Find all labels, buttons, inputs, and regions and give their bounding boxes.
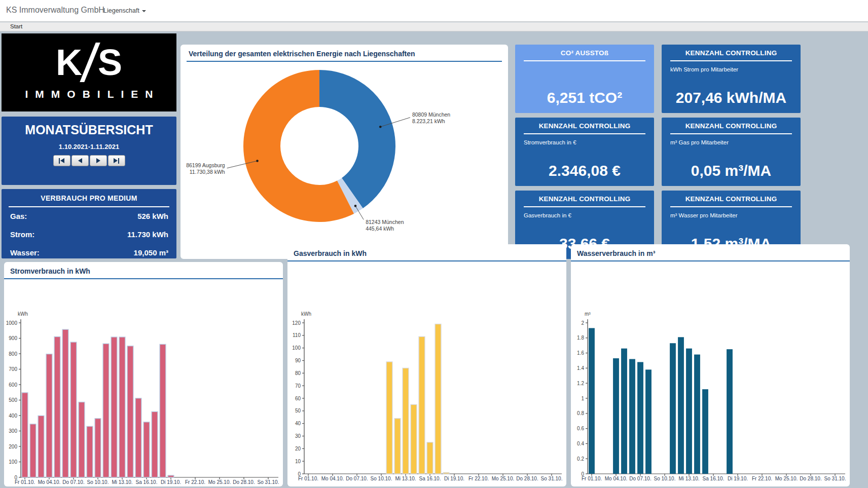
svg-text:Do 28.10.: Do 28.10. (233, 479, 255, 485)
bar-day-7[interactable] (637, 362, 643, 474)
bar-day-12[interactable] (394, 419, 401, 474)
bar-day-3[interactable] (38, 416, 44, 477)
row-value: 11.730 kWh (127, 230, 168, 239)
divider (670, 60, 792, 61)
bar-day-4[interactable] (613, 358, 619, 474)
svg-text:m³: m³ (585, 311, 591, 317)
row-wasser: Wasser: 19,050 m³ (2, 248, 176, 262)
bar-day-7[interactable] (70, 342, 77, 477)
bar-day-2[interactable] (30, 424, 36, 477)
month-nav (2, 155, 176, 166)
bar-day-1[interactable] (589, 328, 595, 474)
bar-day-19[interactable] (168, 475, 174, 477)
bar-day-18[interactable] (443, 473, 449, 474)
bar-day-11[interactable] (670, 343, 676, 474)
step-back-icon (78, 158, 82, 163)
svg-text:Di 19.10.: Di 19.10. (728, 476, 748, 481)
svg-text:Fr 22.10.: Fr 22.10. (752, 476, 772, 481)
bar-day-9[interactable] (87, 426, 93, 477)
step-forward-button[interactable] (90, 155, 107, 166)
svg-text:Do 28.10.: Do 28.10. (516, 476, 538, 481)
svg-text:30: 30 (295, 433, 301, 439)
step-back-button[interactable] (71, 155, 89, 166)
svg-text:So 10.10.: So 10.10. (654, 476, 676, 481)
kpi-title: KENNZAHL CONTROLLING (515, 122, 654, 130)
svg-text:0.2: 0.2 (577, 456, 584, 462)
svg-text:0.8: 0.8 (577, 410, 584, 416)
svg-text:40: 40 (295, 421, 301, 426)
svg-text:Mo 04.10.: Mo 04.10. (38, 479, 60, 485)
top-navbar: KS Immoverwaltung GmbH Liegenschaft (0, 0, 868, 22)
bar-day-14[interactable] (127, 346, 133, 477)
skip-first-button[interactable] (53, 155, 70, 166)
bar-day-12[interactable] (678, 337, 684, 474)
bar-day-13[interactable] (119, 337, 125, 477)
logo-ks-mark: K S (2, 33, 176, 86)
svg-text:20: 20 (295, 446, 301, 452)
bar-day-16[interactable] (427, 442, 433, 474)
svg-text:So 31.10.: So 31.10. (258, 479, 279, 485)
svg-text:80: 80 (295, 370, 301, 376)
skip-last-button[interactable] (108, 155, 125, 166)
bar-day-15[interactable] (135, 398, 141, 477)
svg-text:Sa 16.10.: Sa 16.10. (703, 476, 725, 481)
bar-day-13[interactable] (686, 349, 692, 474)
bar-day-5[interactable] (621, 349, 627, 474)
svg-text:1.6: 1.6 (577, 350, 584, 356)
svg-text:So 31.10.: So 31.10. (541, 476, 563, 481)
panel-title: VERBRAUCH PRO MEDIUM (2, 194, 176, 202)
bar-day-13[interactable] (403, 368, 409, 474)
bar-day-11[interactable] (103, 344, 109, 477)
svg-text:81243 München: 81243 München (366, 219, 404, 225)
bar-day-11[interactable] (386, 362, 392, 474)
kpi-title: CO² AUSSTOß (515, 49, 654, 57)
consumption-per-medium-panel: VERBRAUCH PRO MEDIUM Gas: 526 kWh Strom:… (2, 189, 176, 258)
svg-text:10: 10 (295, 459, 301, 464)
step-forward-icon (96, 158, 100, 163)
bar-day-15[interactable] (419, 336, 425, 474)
bar-day-1[interactable] (22, 393, 28, 477)
svg-text:300: 300 (9, 428, 17, 434)
chevron-down-icon (142, 10, 146, 12)
menu-liegenschaft-label: Liegenschaft (103, 7, 139, 14)
bar-day-14[interactable] (411, 404, 417, 474)
row-value: 526 kWh (137, 212, 168, 220)
svg-text:50: 50 (295, 408, 301, 414)
bar-day-17[interactable] (152, 411, 158, 477)
bar-day-5[interactable] (54, 336, 60, 477)
bar-day-4[interactable] (46, 354, 52, 477)
bar-day-17[interactable] (435, 324, 441, 474)
svg-text:So 10.10.: So 10.10. (371, 476, 392, 481)
bar-day-8[interactable] (645, 369, 652, 474)
svg-text:400: 400 (9, 413, 17, 419)
svg-text:70: 70 (295, 383, 301, 389)
bar-day-18[interactable] (727, 349, 733, 474)
svg-text:0.6: 0.6 (577, 426, 584, 431)
bar-day-8[interactable] (79, 402, 85, 477)
divider (670, 133, 792, 134)
kpi-value: 2.346,08 € (515, 162, 654, 179)
bar-day-6[interactable] (62, 329, 68, 477)
bar-day-12[interactable] (111, 337, 117, 477)
bar-day-14[interactable] (694, 355, 700, 474)
kpi-card-stromkosten: KENNZAHL CONTROLLING Stromverbrauch in €… (515, 118, 654, 186)
row-gas: Gas: 526 kWh (2, 212, 176, 226)
menu-liegenschaft[interactable]: Liegenschaft (103, 7, 146, 14)
svg-text:600: 600 (9, 382, 17, 388)
bar-day-15[interactable] (702, 389, 708, 474)
wasser-bar-chart: m³00.20.40.60.811.21.41.61.82Fr 01.10.Mo… (571, 244, 850, 486)
skip-first-icon (59, 158, 60, 164)
divider (524, 206, 645, 207)
strom-bar-chart: kWh01002003004005006007008009001000Fr 01… (4, 262, 283, 486)
svg-text:2: 2 (581, 320, 584, 326)
svg-text:1.2: 1.2 (577, 381, 584, 386)
breadcrumb-start[interactable]: Start (10, 23, 22, 29)
energy-donut-chart: 80809 München8.223,21 kWh81243 München44… (180, 45, 508, 259)
divider (524, 60, 645, 61)
svg-text:Fr 01.10.: Fr 01.10. (15, 479, 35, 485)
gas-chart-card: Gasverbrauch in kWh kWh01020304050607080… (287, 244, 566, 486)
bar-day-10[interactable] (95, 419, 101, 477)
bar-day-6[interactable] (629, 359, 635, 474)
bar-day-18[interactable] (160, 344, 166, 477)
bar-day-16[interactable] (143, 422, 150, 477)
